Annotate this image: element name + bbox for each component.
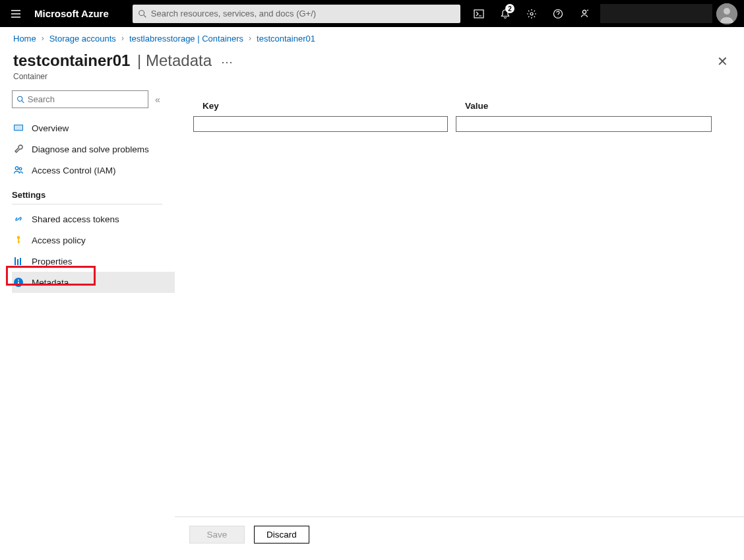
gear-icon bbox=[526, 9, 537, 19]
key-icon bbox=[13, 235, 24, 245]
page-subtitle: Container bbox=[0, 72, 744, 88]
hamburger-icon bbox=[11, 9, 21, 19]
link-icon bbox=[13, 214, 24, 224]
body: « Overview Diagnose and solve problems A… bbox=[0, 88, 744, 552]
svg-point-5 bbox=[582, 10, 586, 13]
svg-rect-2 bbox=[474, 10, 483, 18]
breadcrumb-home[interactable]: Home bbox=[13, 34, 36, 44]
column-header-value: Value bbox=[456, 101, 726, 111]
svg-line-1 bbox=[144, 15, 146, 16]
footer-actions: Save Discard bbox=[175, 516, 744, 552]
wrench-icon bbox=[13, 144, 24, 154]
sidebar-item-label: Access policy bbox=[32, 235, 86, 245]
metadata-value-input[interactable] bbox=[456, 116, 712, 132]
breadcrumb-storage-container-list[interactable]: testlabresstorage | Containers bbox=[129, 34, 243, 44]
sidebar-item-label: Diagnose and solve problems bbox=[32, 144, 149, 154]
user-avatar[interactable] bbox=[716, 3, 737, 24]
help-button[interactable] bbox=[545, 0, 571, 27]
close-blade-button[interactable]: ✕ bbox=[714, 51, 731, 72]
menu-toggle-button[interactable] bbox=[0, 0, 32, 27]
search-icon bbox=[138, 9, 147, 18]
chevron-right-icon: › bbox=[42, 34, 44, 43]
top-icon-bar: 2 bbox=[466, 0, 744, 27]
svg-rect-21 bbox=[18, 282, 19, 285]
settings-button[interactable] bbox=[518, 0, 545, 27]
svg-point-7 bbox=[724, 8, 730, 15]
sidebar-item-label: Overview bbox=[32, 123, 69, 133]
sidebar-item-overview[interactable]: Overview bbox=[12, 117, 162, 139]
help-icon bbox=[553, 9, 563, 19]
search-icon bbox=[16, 95, 25, 104]
chevron-right-icon: › bbox=[249, 34, 251, 43]
breadcrumb-storage-accounts[interactable]: Storage accounts bbox=[49, 34, 116, 44]
metadata-grid-header: Key Value bbox=[175, 88, 744, 116]
collapse-sidebar-button[interactable]: « bbox=[155, 94, 160, 105]
feedback-icon bbox=[579, 9, 590, 19]
svg-point-8 bbox=[18, 96, 22, 101]
discard-button[interactable]: Discard bbox=[254, 526, 309, 544]
sidebar-item-access-policy[interactable]: Access policy bbox=[12, 230, 162, 251]
column-header-key: Key bbox=[193, 101, 456, 111]
page-title-row: testcontainer01 | Metadata ⋯ ✕ bbox=[0, 49, 744, 72]
sidebar-item-label: Shared access tokens bbox=[32, 214, 119, 224]
svg-line-9 bbox=[22, 100, 24, 102]
notification-badge: 2 bbox=[505, 4, 514, 13]
svg-point-3 bbox=[530, 13, 533, 15]
save-button[interactable]: Save bbox=[189, 526, 245, 544]
brand-label: Microsoft Azure bbox=[32, 8, 122, 19]
notifications-button[interactable]: 2 bbox=[492, 0, 518, 27]
sidebar-item-shared-access-tokens[interactable]: Shared access tokens bbox=[12, 208, 162, 230]
breadcrumb: Home › Storage accounts › testlabresstor… bbox=[0, 27, 744, 49]
sidebar-item-iam[interactable]: Access Control (IAM) bbox=[12, 160, 162, 181]
page-title: testcontainer01 bbox=[13, 51, 130, 70]
metadata-key-input[interactable] bbox=[193, 116, 448, 132]
sidebar-menu: Overview Diagnose and solve problems Acc… bbox=[12, 117, 162, 293]
sidebar-item-label: Access Control (IAM) bbox=[32, 166, 116, 175]
sidebar-search-input[interactable] bbox=[28, 94, 144, 104]
svg-rect-16 bbox=[18, 241, 20, 242]
feedback-button[interactable] bbox=[571, 0, 598, 27]
people-icon bbox=[13, 165, 24, 175]
cloud-shell-button[interactable] bbox=[466, 0, 492, 27]
svg-rect-18 bbox=[17, 259, 18, 265]
sidebar-item-diagnose[interactable]: Diagnose and solve problems bbox=[12, 139, 162, 160]
svg-point-13 bbox=[19, 168, 22, 170]
more-actions-button[interactable]: ⋯ bbox=[221, 55, 234, 69]
global-search[interactable] bbox=[133, 5, 460, 23]
avatar-icon bbox=[716, 3, 737, 24]
main-content: Key Value Save Discard bbox=[175, 88, 744, 552]
svg-point-12 bbox=[15, 167, 18, 170]
svg-rect-15 bbox=[18, 239, 19, 243]
overview-icon bbox=[13, 123, 24, 133]
svg-rect-11 bbox=[15, 125, 22, 130]
svg-rect-19 bbox=[20, 258, 21, 265]
global-search-input[interactable] bbox=[151, 9, 455, 18]
sidebar-item-label: Properties bbox=[32, 257, 73, 266]
page-title-section: | Metadata bbox=[133, 51, 212, 70]
info-icon bbox=[13, 277, 24, 288]
account-info-placeholder bbox=[600, 4, 712, 23]
svg-point-0 bbox=[139, 10, 144, 15]
svg-point-22 bbox=[18, 280, 19, 281]
chevron-right-icon: › bbox=[121, 34, 124, 43]
breadcrumb-container[interactable]: testcontainer01 bbox=[257, 34, 315, 44]
sidebar-section-settings: Settings bbox=[12, 190, 162, 204]
metadata-row bbox=[175, 116, 744, 132]
sidebar-item-label: Metadata bbox=[32, 278, 69, 288]
sidebar-search[interactable] bbox=[12, 90, 148, 108]
svg-rect-17 bbox=[15, 257, 16, 265]
sidebar-item-properties[interactable]: Properties bbox=[12, 251, 162, 272]
properties-icon bbox=[13, 256, 24, 266]
svg-point-14 bbox=[17, 236, 20, 239]
sidebar: « Overview Diagnose and solve problems A… bbox=[0, 88, 175, 552]
sidebar-item-metadata[interactable]: Metadata bbox=[12, 272, 175, 293]
top-bar: Microsoft Azure 2 bbox=[0, 0, 744, 27]
cloud-shell-icon bbox=[474, 9, 484, 19]
